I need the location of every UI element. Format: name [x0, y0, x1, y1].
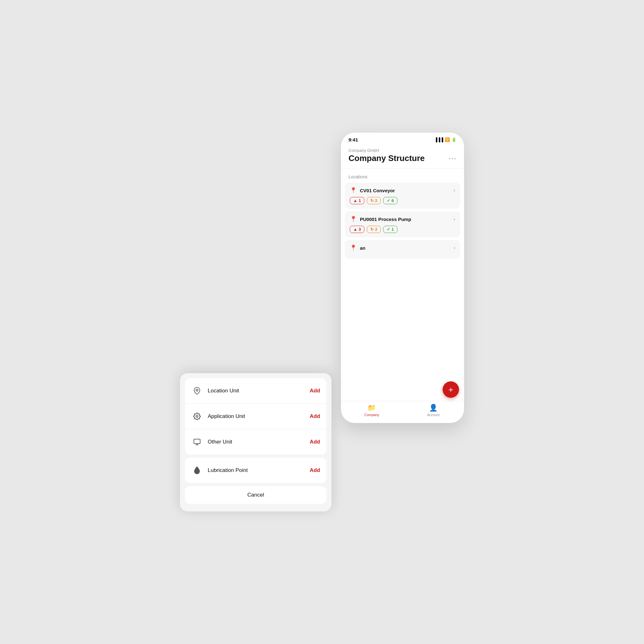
sheet-item-lubrication-point[interactable]: Lubrication Point Add	[185, 458, 326, 483]
badge-pending: ↻ 2	[367, 226, 381, 233]
pin-icon: 📍	[350, 216, 357, 223]
sheet-item-left: Lubrication Point	[191, 465, 248, 476]
location-name-row: 📍 PU0001 Process Pump	[350, 216, 411, 223]
list-item[interactable]: 📍 PU0001 Process Pump › ▲ 3 ↻ 2 ✓ 1	[345, 211, 460, 237]
location-item-row: 📍 PU0001 Process Pump ›	[350, 216, 455, 223]
chevron-right-icon: ›	[454, 188, 455, 193]
sheet-lube-card: Lubrication Point Add	[185, 458, 326, 483]
sheet-item-label: Lubrication Point	[208, 467, 248, 474]
lubrication-point-add-button[interactable]: Add	[310, 467, 320, 474]
wifi-icon: 🛜	[445, 137, 450, 142]
location-item-row: 📍 an ›	[350, 244, 455, 251]
sheet-item-location-unit[interactable]: Location Unit Add	[185, 378, 326, 404]
company-label: Company GmbH	[349, 148, 456, 153]
nav-item-company[interactable]: 📁 Company	[341, 404, 403, 417]
location-item-row: 📍 CV01 Conveyor ›	[350, 187, 455, 194]
application-unit-icon	[191, 411, 203, 422]
svg-point-0	[196, 389, 198, 391]
location-unit-icon	[191, 385, 203, 397]
svg-rect-2	[194, 439, 200, 444]
bottom-nav: 📁 Company 👤 Account	[341, 401, 464, 423]
status-icons: ▐▐▐ 🛜 🔋	[434, 137, 456, 142]
svg-point-1	[196, 415, 198, 417]
sheet-item-other-unit[interactable]: Other Unit Add	[185, 429, 326, 455]
badge-warning: ▲ 1	[350, 197, 364, 204]
company-title-row: Company Structure ···	[349, 153, 456, 163]
account-nav-icon: 👤	[429, 404, 438, 412]
signal-icon: ▐▐▐	[434, 137, 443, 142]
sheet-item-left: Other Unit	[191, 436, 232, 448]
location-name: CV01 Conveyor	[360, 188, 395, 193]
other-unit-icon	[191, 436, 203, 448]
chevron-right-icon: ›	[454, 216, 455, 222]
location-list: 📍 CV01 Conveyor › ▲ 1 ↻ 2 ✓ 6 📍 PU0001 P…	[341, 182, 464, 401]
company-nav-icon: 📁	[367, 404, 376, 412]
phone-header: Company GmbH Company Structure ···	[341, 145, 464, 169]
scene: 9:41 ▐▐▐ 🛜 🔋 Company GmbH Company Struct…	[180, 133, 464, 511]
location-name-row: 📍 an	[350, 244, 366, 251]
location-name: an	[360, 245, 366, 251]
badge-ok: ✓ 1	[383, 226, 397, 233]
pin-icon: 📍	[350, 244, 357, 251]
section-label: Locations	[341, 169, 464, 182]
nav-item-account[interactable]: 👤 Account	[403, 404, 464, 417]
sheet-item-left: Application Unit	[191, 411, 245, 422]
sheet-item-application-unit[interactable]: Application Unit Add	[185, 404, 326, 429]
list-item[interactable]: 📍 CV01 Conveyor › ▲ 1 ↻ 2 ✓ 6	[345, 182, 460, 209]
badge-warning: ▲ 3	[350, 226, 364, 233]
pin-icon: 📍	[350, 187, 357, 194]
chevron-right-icon: ›	[454, 245, 455, 251]
sheet-item-label: Location Unit	[208, 388, 239, 394]
list-item[interactable]: 📍 an ›	[345, 240, 460, 259]
company-title: Company Structure	[349, 153, 425, 163]
lubrication-point-icon	[191, 465, 203, 476]
phone: 9:41 ▐▐▐ 🛜 🔋 Company GmbH Company Struct…	[341, 133, 464, 423]
nav-label-account: Account	[427, 413, 440, 417]
location-unit-add-button[interactable]: Add	[310, 388, 320, 394]
badge-row: ▲ 1 ↻ 2 ✓ 6	[350, 197, 455, 204]
location-name: PU0001 Process Pump	[360, 217, 411, 222]
status-time: 9:41	[349, 137, 358, 142]
nav-label-company: Company	[364, 413, 379, 417]
badge-ok: ✓ 6	[383, 197, 397, 204]
application-unit-add-button[interactable]: Add	[310, 413, 320, 420]
location-name-row: 📍 CV01 Conveyor	[350, 187, 395, 194]
battery-icon: 🔋	[451, 137, 456, 142]
badge-pending: ↻ 2	[367, 197, 381, 204]
sheet-main-card: Location Unit Add Application Unit Add	[185, 378, 326, 455]
fab-add-button[interactable]: +	[443, 381, 459, 398]
badge-row: ▲ 3 ↻ 2 ✓ 1	[350, 226, 455, 233]
bottom-sheet: Location Unit Add Application Unit Add	[180, 373, 331, 511]
status-bar: 9:41 ▐▐▐ 🛜 🔋	[341, 133, 464, 145]
more-options-icon[interactable]: ···	[449, 154, 456, 163]
sheet-item-left: Location Unit	[191, 385, 239, 397]
cancel-button[interactable]: Cancel	[185, 486, 326, 504]
sheet-item-label: Other Unit	[208, 439, 232, 445]
other-unit-add-button[interactable]: Add	[310, 439, 320, 445]
sheet-item-label: Application Unit	[208, 413, 245, 420]
